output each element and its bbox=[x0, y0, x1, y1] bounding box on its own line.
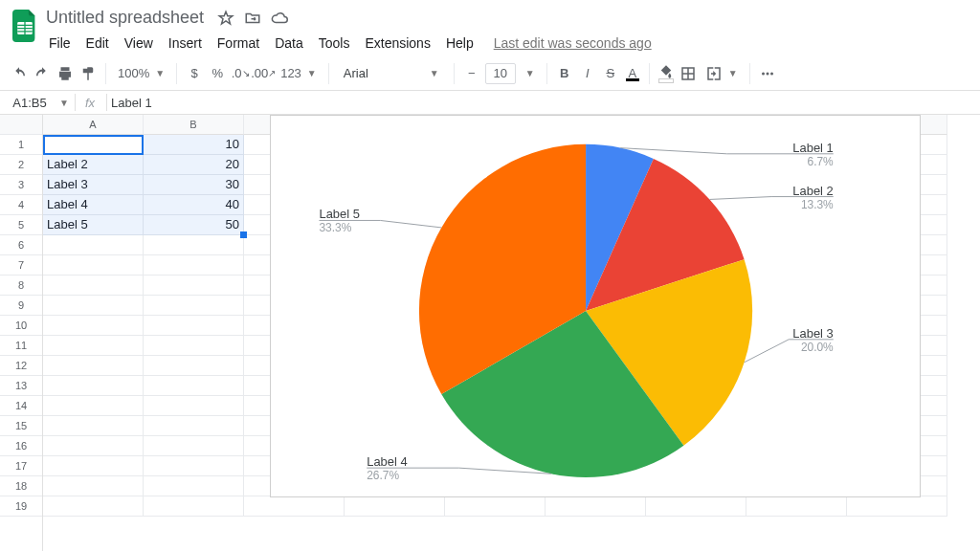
menu-edit[interactable]: Edit bbox=[79, 32, 116, 55]
print-button[interactable] bbox=[56, 61, 75, 86]
row-header[interactable]: 7 bbox=[0, 255, 42, 276]
row-header[interactable]: 12 bbox=[0, 356, 42, 376]
cell[interactable] bbox=[144, 496, 244, 517]
cell[interactable] bbox=[144, 476, 244, 496]
cell[interactable]: 10 bbox=[144, 135, 244, 155]
row-header[interactable]: 6 bbox=[0, 235, 42, 255]
name-box-caret-icon[interactable]: ▼ bbox=[59, 98, 75, 108]
row-header[interactable]: 8 bbox=[0, 276, 42, 296]
row-header[interactable]: 1 bbox=[0, 135, 42, 155]
cell[interactable] bbox=[746, 496, 847, 517]
pie-chart-object[interactable]: Label 16.7%Label 213.3%Label 320.0%Label… bbox=[270, 115, 921, 497]
merge-cells-button[interactable]: ▼ bbox=[702, 65, 742, 82]
row-header[interactable]: 3 bbox=[0, 175, 42, 195]
cell[interactable] bbox=[244, 496, 345, 517]
row-header[interactable]: 16 bbox=[0, 436, 42, 456]
menu-insert[interactable]: Insert bbox=[162, 32, 209, 55]
cell[interactable] bbox=[43, 356, 144, 376]
cell[interactable] bbox=[43, 296, 144, 316]
cell[interactable]: Label 2 bbox=[43, 155, 144, 175]
cell[interactable] bbox=[646, 496, 746, 517]
text-color-button[interactable]: A bbox=[624, 61, 641, 86]
menu-format[interactable]: Format bbox=[211, 32, 266, 55]
cell[interactable]: Label 5 bbox=[43, 215, 144, 235]
row-header[interactable]: 18 bbox=[0, 476, 42, 496]
cell[interactable]: Label 4 bbox=[43, 195, 144, 215]
cell[interactable] bbox=[144, 436, 244, 456]
decrease-decimal-button[interactable]: .0↘ bbox=[231, 61, 250, 86]
cell[interactable] bbox=[144, 336, 244, 356]
cell[interactable] bbox=[546, 496, 646, 517]
cell[interactable] bbox=[144, 396, 244, 416]
formula-input[interactable]: Label 1 bbox=[107, 96, 152, 110]
cell[interactable] bbox=[43, 416, 144, 436]
cell[interactable] bbox=[43, 476, 144, 496]
cell[interactable] bbox=[144, 235, 244, 255]
cell[interactable] bbox=[847, 496, 947, 517]
row-header[interactable]: 19 bbox=[0, 496, 42, 517]
cell[interactable] bbox=[144, 296, 244, 316]
font-size-increase-button[interactable]: ▼ bbox=[520, 61, 539, 86]
percent-button[interactable]: % bbox=[208, 61, 227, 86]
bold-button[interactable]: B bbox=[555, 61, 574, 86]
cell[interactable] bbox=[43, 436, 144, 456]
cell[interactable] bbox=[43, 376, 144, 396]
font-size-decrease-button[interactable]: − bbox=[462, 61, 481, 86]
cell[interactable] bbox=[144, 356, 244, 376]
cell[interactable] bbox=[43, 276, 144, 296]
col-header[interactable]: B bbox=[144, 115, 244, 135]
undo-button[interactable] bbox=[10, 61, 29, 86]
zoom-dropdown[interactable]: 100%▼ bbox=[114, 66, 168, 80]
cell[interactable]: 30 bbox=[144, 175, 244, 195]
fill-color-button[interactable] bbox=[657, 61, 675, 86]
cell[interactable] bbox=[144, 276, 244, 296]
menu-extensions[interactable]: Extensions bbox=[358, 32, 436, 55]
menu-file[interactable]: File bbox=[42, 32, 78, 55]
menu-data[interactable]: Data bbox=[268, 32, 310, 55]
cell[interactable] bbox=[144, 255, 244, 276]
row-header[interactable]: 15 bbox=[0, 416, 42, 436]
last-edit-link[interactable]: Last edit was seconds ago bbox=[494, 35, 652, 51]
font-size-input[interactable]: 10 bbox=[485, 63, 516, 84]
doc-title[interactable]: Untitled spreadsheet bbox=[42, 6, 208, 30]
sheet-grid[interactable]: for(let i=1;i<=19;i++)document.write('<d… bbox=[0, 115, 980, 551]
cell[interactable] bbox=[445, 496, 546, 517]
more-toolbar-button[interactable] bbox=[758, 61, 777, 86]
row-header[interactable]: 2 bbox=[0, 155, 42, 175]
cell[interactable]: 20 bbox=[144, 155, 244, 175]
cell[interactable] bbox=[43, 456, 144, 476]
row-header[interactable]: 9 bbox=[0, 296, 42, 316]
cell[interactable] bbox=[43, 496, 144, 517]
cell[interactable] bbox=[43, 396, 144, 416]
cell[interactable] bbox=[43, 336, 144, 356]
cell[interactable]: Label 3 bbox=[43, 175, 144, 195]
redo-button[interactable] bbox=[33, 61, 52, 86]
row-header[interactable]: 10 bbox=[0, 316, 42, 336]
cell[interactable]: 40 bbox=[144, 195, 244, 215]
cell[interactable] bbox=[43, 316, 144, 336]
menu-tools[interactable]: Tools bbox=[312, 32, 357, 55]
row-header[interactable]: 14 bbox=[0, 396, 42, 416]
cloud-saved-icon[interactable] bbox=[271, 10, 288, 27]
font-family-dropdown[interactable]: Arial▼ bbox=[337, 65, 446, 81]
star-icon[interactable] bbox=[217, 10, 234, 27]
cell[interactable] bbox=[144, 376, 244, 396]
cell[interactable] bbox=[43, 255, 144, 276]
row-header[interactable]: 11 bbox=[0, 336, 42, 356]
increase-decimal-button[interactable]: .00↗ bbox=[254, 61, 273, 86]
name-box[interactable]: A1:B5 bbox=[0, 96, 59, 110]
cell[interactable] bbox=[345, 496, 445, 517]
more-formats-dropdown[interactable]: 123▼ bbox=[277, 66, 321, 80]
col-header[interactable]: A bbox=[43, 115, 144, 135]
sheets-logo-icon[interactable] bbox=[8, 6, 42, 42]
strike-button[interactable]: S bbox=[601, 61, 620, 86]
move-folder-icon[interactable] bbox=[244, 10, 261, 27]
row-header[interactable]: 5 bbox=[0, 215, 42, 235]
row-header[interactable]: 4 bbox=[0, 195, 42, 215]
cell[interactable] bbox=[144, 316, 244, 336]
menu-help[interactable]: Help bbox=[439, 32, 480, 55]
select-all-corner[interactable] bbox=[0, 115, 42, 135]
cell[interactable] bbox=[144, 456, 244, 476]
menu-view[interactable]: View bbox=[118, 32, 160, 55]
row-header[interactable]: 13 bbox=[0, 376, 42, 396]
